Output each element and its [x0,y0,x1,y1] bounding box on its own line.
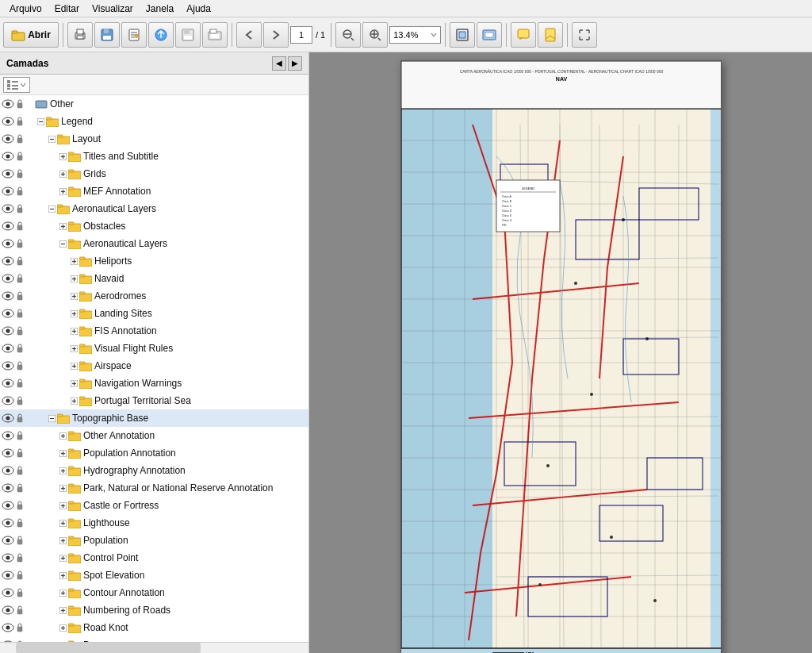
layer-visibility-toggle[interactable] [0,515,16,531]
layer-visibility-toggle[interactable] [0,532,16,548]
zoom-fit-button[interactable] [477,22,502,48]
list-item[interactable]: Population [0,532,308,549]
zoom-out-button[interactable] [335,22,361,48]
layer-expand-button[interactable] [57,587,68,598]
layer-expand-button[interactable] [68,395,79,406]
layer-expand-button[interactable] [57,500,68,511]
layer-expand-button[interactable] [57,447,68,459]
layer-visibility-toggle[interactable] [0,428,16,444]
layer-expand-button[interactable] [46,203,57,214]
layer-expand-button[interactable] [68,325,79,336]
save-button[interactable] [94,22,120,48]
layer-expand-button[interactable] [68,360,79,371]
layer-expand-button[interactable] [57,151,68,162]
layer-expand-button[interactable] [35,116,46,127]
layer-expand-button[interactable] [57,465,68,476]
edit-button[interactable] [121,22,147,48]
list-item[interactable]: Heliports [0,252,308,270]
layer-expand-button[interactable] [68,378,79,389]
list-item[interactable]: Contour Annotation [0,584,308,601]
layer-expand-button[interactable] [68,343,79,354]
list-item[interactable]: Grids [0,165,308,182]
layer-expand-button[interactable] [57,517,68,528]
panel-collapse-button[interactable]: ◀ [272,56,286,71]
layer-expand-button[interactable] [68,308,79,319]
layer-expand-button[interactable] [57,186,68,197]
layer-expand-button[interactable] [57,168,68,179]
layer-visibility-toggle[interactable] [0,602,16,618]
layer-visibility-toggle[interactable] [0,218,16,234]
list-item[interactable]: Lighthouse [0,514,308,532]
zoom-in-button[interactable] [362,22,388,48]
layer-visibility-toggle[interactable] [0,445,16,461]
list-item[interactable]: Navaid [0,270,308,287]
menu-janela[interactable]: Janela [140,2,180,16]
menu-visualizar[interactable]: Visualizar [86,2,140,16]
layer-visibility-toggle[interactable] [0,288,16,304]
fullscreen-button[interactable] [572,22,597,48]
open-button[interactable]: Abrir [3,22,59,48]
layer-visibility-toggle[interactable] [0,236,16,252]
layer-visibility-toggle[interactable] [0,463,16,478]
list-item[interactable]: Dam [0,636,308,642]
layer-visibility-toggle[interactable] [0,96,16,112]
list-item[interactable]: MEF Annotation [0,182,308,200]
list-item[interactable]: Legend [0,113,308,130]
panel-expand-button[interactable]: ▶ [288,56,302,71]
layer-expand-button[interactable] [57,622,68,633]
layer-visibility-toggle[interactable] [0,550,16,566]
layer-visibility-toggle[interactable] [0,113,16,129]
layer-visibility-toggle[interactable] [0,585,16,601]
layer-expand-button[interactable] [57,535,68,546]
horizontal-scrollbar[interactable] [0,642,308,653]
list-item[interactable]: Navigation Warnings [0,375,308,392]
layer-expand-button[interactable] [57,221,68,232]
canvas-area[interactable]: CARTA AERONÁUTICA ICAO 1/500 000 - PORTU… [309,52,812,653]
layer-visibility-toggle[interactable] [0,497,16,513]
layer-visibility-toggle[interactable] [0,271,16,286]
layer-visibility-toggle[interactable] [0,148,16,164]
list-item[interactable]: Castle or Fortress [0,497,308,514]
layer-visibility-toggle[interactable] [0,253,16,269]
layer-visibility-toggle[interactable] [0,620,16,636]
list-item[interactable]: Spot Elevation [0,567,308,584]
list-item[interactable]: Control Point [0,549,308,567]
list-item[interactable]: Obstacles [0,217,308,235]
layer-expand-button[interactable] [57,482,68,494]
layer-expand-button[interactable] [68,255,79,267]
layer-expand-button[interactable] [68,273,79,284]
list-item[interactable]: Hydrography Annotation [0,462,308,479]
list-item[interactable]: Titles and Subtitle [0,148,308,165]
list-item[interactable]: Other Annotation [0,427,308,444]
list-item[interactable]: Topographic Base [0,409,308,427]
layer-visibility-toggle[interactable] [0,340,16,356]
layer-visibility-toggle[interactable] [0,358,16,374]
list-item[interactable]: FIS Annotation [0,322,308,340]
layer-visibility-toggle[interactable] [0,323,16,339]
list-item[interactable]: Landing Sites [0,305,308,322]
layer-expand-button[interactable] [46,413,57,424]
layer-visibility-toggle[interactable] [0,480,16,496]
layer-visibility-toggle[interactable] [0,183,16,199]
next-page-button[interactable] [263,22,289,48]
list-item[interactable]: Aerodromes [0,287,308,305]
layer-visibility-toggle[interactable] [0,131,16,147]
layer-visibility-toggle[interactable] [0,375,16,391]
page-input[interactable] [290,26,312,44]
list-item[interactable]: Layout [0,130,308,148]
list-item[interactable]: Population Annotation [0,444,308,462]
zoom-display[interactable]: 13.4% [389,26,441,44]
list-item[interactable]: Visual Flight Rules [0,340,308,357]
chat-button[interactable] [511,22,536,48]
layer-expand-button[interactable] [57,570,68,581]
list-item[interactable]: Aeronautical Layers [0,235,308,252]
prev-page-button[interactable] [236,22,262,48]
list-item[interactable]: Portugal Territorial Sea [0,392,308,409]
layers-view-button[interactable] [3,77,30,93]
list-item[interactable]: Park, Natural or National Reserve Annota… [0,479,308,497]
fax-button[interactable] [202,22,228,48]
list-item[interactable]: Road Knot [0,619,308,636]
layer-visibility-toggle[interactable] [0,305,16,321]
list-item[interactable]: Aeronautical Layers [0,200,308,217]
layer-expand-button[interactable] [57,552,68,563]
